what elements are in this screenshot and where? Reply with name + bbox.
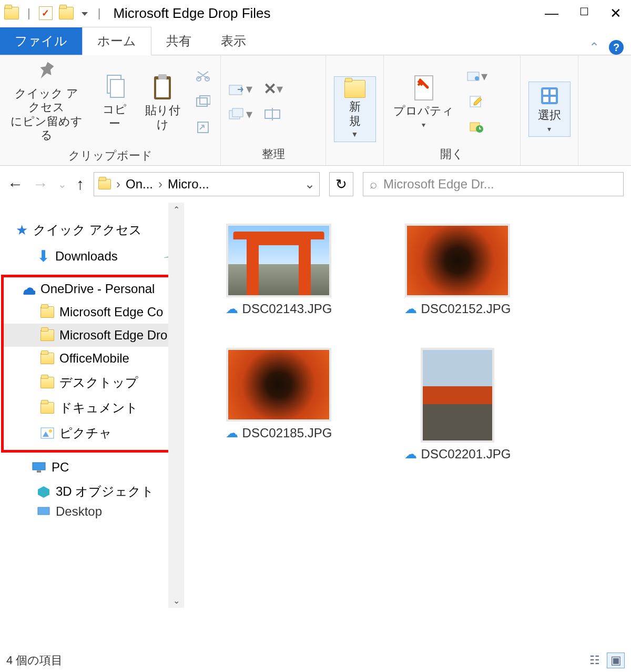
- sidebar-label: クイック アクセス: [33, 222, 142, 238]
- qat-check-icon[interactable]: ✓: [39, 6, 53, 20]
- moveto-icon: [228, 81, 246, 97]
- sidebar-scrollbar[interactable]: ⌃ ⌄: [168, 203, 184, 608]
- address-folder-icon: [98, 179, 111, 189]
- cloud-icon: ☁: [226, 302, 238, 316]
- edit-button[interactable]: [463, 91, 490, 113]
- sidebar-od-item[interactable]: デスクトップ: [4, 370, 178, 395]
- file-list[interactable]: ☁DSC02143.JPG☁DSC02152.JPG☁DSC02185.JPG☁…: [184, 203, 631, 608]
- select-icon: [539, 85, 560, 106]
- pc-icon: [32, 462, 46, 473]
- history-button[interactable]: [463, 116, 490, 138]
- sidebar-pc-item[interactable]: Desktop: [0, 504, 184, 519]
- svg-rect-28: [37, 470, 41, 473]
- copy-path-button[interactable]: [190, 91, 216, 113]
- chevron-right-icon: ›: [116, 177, 120, 192]
- sidebar-label: Microsoft Edge Co: [59, 305, 163, 319]
- back-button[interactable]: ←: [7, 175, 23, 193]
- file-item[interactable]: ☁DSC02201.JPG: [400, 348, 515, 462]
- cut-button[interactable]: [190, 66, 216, 88]
- sidebar-od-item[interactable]: Microsoft Edge Co: [4, 300, 178, 324]
- sidebar-pc-item[interactable]: 3D オブジェクト: [0, 479, 184, 504]
- minimize-button[interactable]: —: [545, 5, 558, 22]
- desktop-icon: [37, 506, 50, 517]
- sidebar-onedrive[interactable]: OneDrive - Personal: [4, 277, 178, 300]
- copy-icon: [103, 73, 126, 101]
- sidebar-label: OfficeMobile: [59, 351, 129, 366]
- cloud-icon: ☁: [226, 426, 238, 440]
- forward-button[interactable]: →: [33, 175, 48, 193]
- svg-rect-10: [232, 108, 243, 117]
- rename-icon: [264, 108, 282, 121]
- up-button[interactable]: ↑: [76, 175, 84, 193]
- svg-rect-20: [543, 89, 548, 95]
- qat-folder-icon[interactable]: [59, 7, 74, 19]
- highlight-box: OneDrive - Personal Microsoft Edge Co Mi…: [1, 275, 181, 453]
- folder-icon: [40, 306, 54, 318]
- new-button[interactable]: 新 規▼: [334, 76, 376, 142]
- search-placeholder: Microsoft Edge Dr...: [383, 177, 494, 192]
- pin-to-quickaccess-button[interactable]: クイック アクセス にピン留めする: [4, 58, 89, 146]
- maximize-button[interactable]: ☐: [579, 5, 589, 22]
- open-button[interactable]: ▾: [463, 65, 491, 87]
- svg-point-26: [49, 429, 52, 433]
- tab-file[interactable]: ファイル: [0, 27, 82, 55]
- svg-rect-27: [33, 463, 45, 470]
- refresh-button[interactable]: ↻: [329, 172, 353, 196]
- sidebar-od-item[interactable]: ドキュメント: [4, 395, 178, 420]
- app-folder-icon: [4, 7, 19, 19]
- sidebar-quick-access[interactable]: ★ クイック アクセス: [0, 217, 184, 243]
- qat-dropdown-icon[interactable]: [80, 11, 89, 15]
- file-item[interactable]: ☁DSC02152.JPG: [400, 224, 515, 316]
- breadcrumb-seg-1[interactable]: On...: [126, 177, 153, 192]
- scroll-up-icon[interactable]: ⌃: [173, 205, 180, 215]
- pictures-icon: [40, 427, 54, 439]
- collapse-ribbon-icon[interactable]: ⌃: [589, 40, 599, 55]
- close-button[interactable]: ✕: [610, 5, 622, 22]
- sidebar-downloads[interactable]: ⬇ Downloads 📌: [0, 243, 184, 269]
- search-icon: ⌕: [370, 177, 377, 192]
- scroll-down-icon[interactable]: ⌄: [173, 596, 180, 606]
- sidebar-od-item[interactable]: Microsoft Edge Dro: [4, 324, 178, 347]
- sidebar-label: ドキュメント: [59, 399, 138, 416]
- search-box[interactable]: ⌕ Microsoft Edge Dr...: [363, 172, 624, 196]
- select-button[interactable]: 選択▾: [528, 82, 571, 136]
- file-name: DSC02185.JPG: [242, 426, 332, 440]
- folder-icon: [40, 402, 54, 414]
- address-dropdown-icon[interactable]: ⌄: [304, 177, 315, 192]
- delete-button[interactable]: ✕▾: [260, 78, 286, 100]
- help-icon[interactable]: ?: [609, 40, 624, 55]
- breadcrumb-seg-2[interactable]: Micro...: [168, 177, 209, 192]
- address-bar[interactable]: › On... › Micro... ⌄: [94, 172, 320, 196]
- history-icon: [469, 121, 484, 133]
- rename-button[interactable]: [260, 103, 286, 125]
- sidebar-pc[interactable]: PC: [0, 456, 184, 479]
- sidebar-od-item[interactable]: ピクチャ: [4, 420, 178, 446]
- group-label-open: 開く: [388, 144, 516, 164]
- copy-to-button[interactable]: ▾: [225, 103, 256, 125]
- details-view-button[interactable]: ☷: [586, 653, 604, 668]
- move-to-button[interactable]: ▾: [225, 78, 256, 100]
- recent-dropdown[interactable]: ⌄: [58, 178, 67, 190]
- file-item[interactable]: ☁DSC02185.JPG: [221, 348, 337, 462]
- properties-button[interactable]: プロパティ▾: [388, 71, 459, 132]
- download-icon: ⬇: [37, 247, 50, 265]
- thumbnails-view-button[interactable]: ▣: [607, 653, 625, 668]
- content-area: ★ クイック アクセス ⬇ Downloads 📌 OneDrive - Per…: [0, 203, 631, 608]
- item-count: 4 個の項目: [6, 653, 63, 668]
- paste-shortcut-button[interactable]: [190, 116, 216, 138]
- paste-button[interactable]: 貼り付け: [140, 69, 186, 135]
- tab-home[interactable]: ホーム: [82, 27, 151, 55]
- svg-marker-29: [38, 486, 49, 498]
- tab-share[interactable]: 共有: [151, 27, 206, 55]
- scissors-icon: [196, 69, 210, 84]
- sidebar-od-item[interactable]: OfficeMobile: [4, 347, 178, 370]
- svg-rect-7: [198, 122, 208, 133]
- sidebar-label: Downloads: [55, 249, 118, 264]
- file-item[interactable]: ☁DSC02143.JPG: [221, 224, 337, 316]
- sidebar-label: デスクトップ: [59, 374, 138, 391]
- group-label-organize: 整理: [225, 144, 321, 164]
- pin-icon: [35, 62, 58, 85]
- copy-button[interactable]: コピー: [94, 70, 136, 134]
- tab-view[interactable]: 表示: [206, 27, 261, 55]
- svg-rect-3: [156, 79, 169, 97]
